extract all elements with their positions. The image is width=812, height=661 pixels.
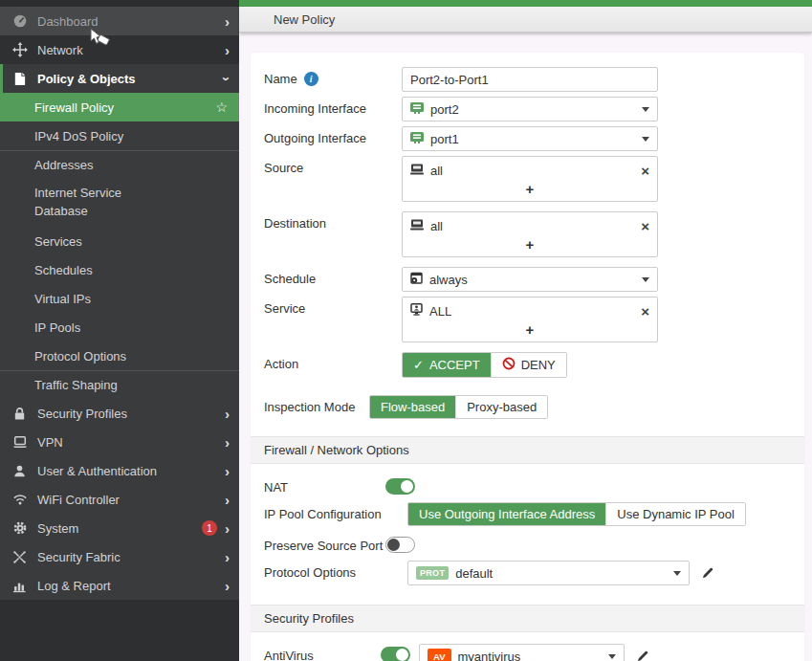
add-source-button[interactable]: + [410,180,649,199]
sidebar-item-system[interactable]: System 1 › [0,514,239,542]
service-row: Service ALL × + [251,297,804,346]
sidebar-item-virtual-ips[interactable]: Virtual IPs [0,284,239,313]
outgoing-interface-select[interactable]: port1 [402,126,658,151]
sidebar-item-traffic-shaping[interactable]: Traffic Shaping [0,370,239,399]
destination-entry[interactable]: all × [410,216,649,235]
sidebar-item-ip-pools[interactable]: IP Pools [0,313,239,342]
outgoing-interface-row: Outgoing Interface port1 [251,126,804,155]
chevron-right-icon: › [225,550,230,564]
sidebar-item-protocol-options[interactable]: Protocol Options [0,342,239,370]
use-outgoing-interface-address-button[interactable]: Use Outgoing Interface Address [408,503,606,525]
chevron-right-icon: › [225,521,230,536]
name-input[interactable] [402,67,658,92]
sidebar-item-dashboard[interactable]: Dashboard › [0,7,239,35]
preserve-source-port-row: Preserve Source Port [251,531,804,557]
protocol-options-value: default [455,566,493,581]
sidebar-item-wifi-controller[interactable]: WiFi Controller › [0,485,239,514]
ip-pool-label: IP Pool Configuration [264,502,385,521]
sidebar-item-services[interactable]: Services [0,227,239,255]
add-destination-button[interactable]: + [410,235,649,254]
incoming-interface-label: Incoming Interface [264,97,402,116]
info-icon[interactable]: i [304,72,318,86]
preserve-source-port-toggle[interactable] [385,537,415,553]
sidebar-item-label: Firewall Policy [34,100,114,115]
protocol-options-label: Protocol Options [264,561,385,580]
remove-entry-icon[interactable]: × [641,164,649,178]
schedule-calendar-icon [410,272,423,287]
caret-down-icon [642,107,649,112]
user-icon [11,463,28,479]
antivirus-toggle[interactable] [381,647,410,661]
source-entry[interactable]: all × [410,161,649,180]
section-firewall-network-options: Firewall / Network Options [251,436,804,464]
chevron-right-icon: › [225,435,230,450]
address-icon [410,219,424,233]
interface-icon [410,132,424,146]
inspection-mode-segment: Flow-based Proxy-based [369,395,548,419]
name-label: Name [264,72,297,86]
page-title: New Policy [274,12,335,27]
sidebar-item-policy-objects[interactable]: Policy & Objects › [0,64,239,93]
deny-prohibition-icon [502,357,516,373]
service-label: Service [264,297,402,316]
name-row: Name i [251,67,804,96]
sidebar-item-log-report[interactable]: Log & Report › [0,571,239,600]
antivirus-profile-select[interactable]: AV myantivirus [419,644,625,661]
caret-down-icon [642,137,649,142]
sidebar-item-security-fabric[interactable]: Security Fabric › [0,542,239,571]
sidebar-item-security-profiles[interactable]: Security Profiles › [0,399,239,428]
check-icon: ✓ [413,358,424,372]
antivirus-label: AntiVirus [264,644,381,661]
accept-button[interactable]: ✓ ACCEPT [403,353,492,377]
sidebar-item-addresses[interactable]: Addresses [0,150,239,179]
sidebar-item-label: Network [37,43,225,57]
prot-badge: PROT [416,566,449,580]
lock-icon [11,406,28,422]
sidebar-item-user-authentication[interactable]: User & Authentication › [0,456,239,485]
action-row: Action ✓ ACCEPT DENY [251,352,804,382]
sidebar-item-internet-service-database[interactable]: Internet Service Database [0,179,239,227]
edit-pencil-icon[interactable] [701,566,714,583]
schedule-select[interactable]: always [402,267,658,292]
source-row: Source all × + [251,156,804,206]
gear-icon [11,520,28,537]
nat-row: NAT [251,475,804,498]
schedule-value: always [429,273,468,287]
use-dynamic-ip-pool-button[interactable]: Use Dynamic IP Pool [606,503,745,525]
destination-label: Destination [264,211,402,231]
content-area: Name i Incoming Interface port2 Outgoing… [239,33,812,661]
remove-entry-icon[interactable]: × [641,219,649,233]
section-security-profiles: Security Profiles [251,605,804,632]
edit-pencil-icon[interactable] [636,650,649,661]
favorite-star-icon[interactable]: ☆ [215,99,228,115]
incoming-interface-select[interactable]: port2 [402,97,658,121]
nat-toggle[interactable] [385,478,415,495]
proxy-based-button[interactable]: Proxy-based [456,396,547,418]
protocol-options-row: Protocol Options PROT default [251,558,804,589]
service-entry[interactable]: ALL × [410,301,649,320]
wifi-icon [11,492,28,508]
antivirus-row: AntiVirus AV myantivirus [251,644,804,661]
service-icon [410,303,423,319]
sidebar-item-network[interactable]: Network › [0,35,239,64]
ip-pool-segment: Use Outgoing Interface Address Use Dynam… [407,502,746,526]
schedule-row: Schedule always [251,267,804,296]
chevron-right-icon: › [225,464,230,478]
deny-button[interactable]: DENY [492,353,566,377]
chevron-right-icon: › [225,43,230,57]
caret-down-icon [673,571,681,576]
sidebar-item-schedules[interactable]: Schedules [0,255,239,284]
add-service-button[interactable]: + [410,320,649,340]
caret-down-icon [642,277,649,282]
sidebar-item-firewall-policy[interactable]: Firewall Policy ☆ [0,93,239,121]
inspection-mode-row: Inspection Mode Flow-based Proxy-based [251,395,804,423]
ip-pool-row: IP Pool Configuration Use Outgoing Inter… [251,499,804,530]
remove-entry-icon[interactable]: × [641,304,649,319]
protocol-options-select[interactable]: PROT default [407,561,690,585]
nat-label: NAT [264,475,385,495]
sidebar-item-vpn[interactable]: VPN › [0,428,239,456]
flow-based-button[interactable]: Flow-based [370,396,456,418]
av-badge: AV [428,649,451,661]
inspection-mode-label: Inspection Mode [264,395,369,414]
sidebar-item-ipv4-dos-policy[interactable]: IPv4 DoS Policy [0,121,239,150]
